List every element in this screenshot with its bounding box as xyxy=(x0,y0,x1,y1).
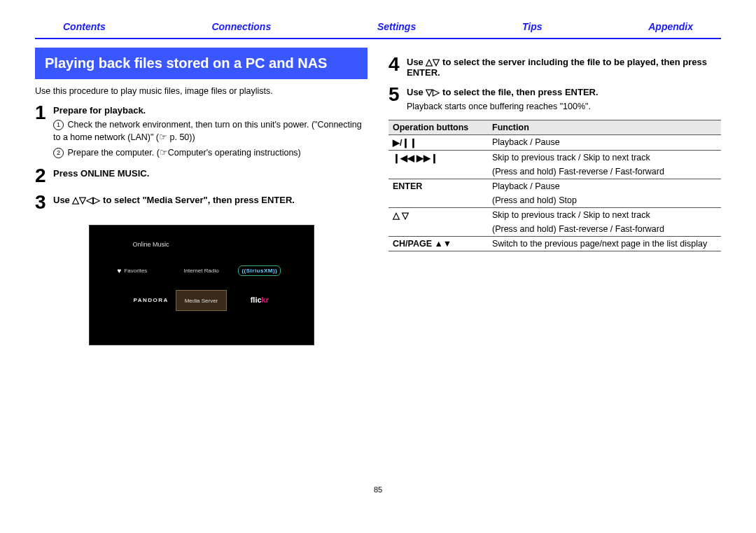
tv-screenshot: Online Music ♥ Favorites Internet Radio … xyxy=(89,225,314,345)
table-row-updown-fn2: (Press and hold) Fast-reverse / Fast-for… xyxy=(488,222,721,237)
step-1-sub-b: 2 Prepare the computer. (☞Computer's ope… xyxy=(53,146,368,159)
table-row-skip-fn1: Skip to previous track / Skip to next tr… xyxy=(488,151,721,165)
table-header-buttons: Operation buttons xyxy=(388,120,488,135)
table-row-skip-btn: ❙◀◀ ▶▶❙ xyxy=(388,151,488,179)
heart-icon: ♥ xyxy=(118,267,122,275)
step-1-sub-a: 1 Check the network environment, then tu… xyxy=(53,118,368,144)
step-5-sub: Playback starts once buffering reaches "… xyxy=(407,100,598,113)
step-4-title: Use △▽ to select the server including th… xyxy=(407,57,721,78)
tv-favorites-label: Favorites xyxy=(124,268,147,274)
operation-table: Operation buttons Function ▶/❙❙ Playback… xyxy=(388,120,721,251)
page-number: 85 xyxy=(35,485,721,494)
tv-item-pandora: PANDORA xyxy=(118,290,169,310)
step-2-title: Press ONLINE MUSIC. xyxy=(53,168,149,179)
step-1-title: Prepare for playback. xyxy=(53,105,368,116)
table-row-chpage-btn: CH/PAGE ▲▼ xyxy=(388,237,488,251)
circled-2-icon: 2 xyxy=(53,148,64,158)
siriusxm-logo: ((SiriusXM)) xyxy=(238,265,281,276)
table-row-updown-fn1: Skip to previous track / Skip to next tr… xyxy=(488,208,721,223)
table-row-chpage-fn: Switch to the previous page/next page in… xyxy=(488,237,721,251)
tv-title: Online Music xyxy=(133,241,169,248)
nav-tips[interactable]: Tips xyxy=(522,21,542,32)
step-number: 2 xyxy=(35,166,53,186)
divider xyxy=(35,38,721,39)
table-row-skip-fn2: (Press and hold) Fast-reverse / Fast-for… xyxy=(488,165,721,179)
step-1: 1 Prepare for playback. 1 Check the netw… xyxy=(35,103,368,159)
section-heading: Playing back files stored on a PC and NA… xyxy=(35,48,368,79)
table-header-function: Function xyxy=(488,120,721,135)
step-5: 5 Use ▽▷ to select the file, then press … xyxy=(388,85,721,113)
step-2: 2 Press ONLINE MUSIC. xyxy=(35,166,368,186)
top-nav: Contents Connections Settings Tips Appen… xyxy=(35,21,721,36)
flickr-label-b: kr xyxy=(262,296,269,304)
step-number: 3 xyxy=(35,193,53,212)
step-1-sub-b-text: Prepare the computer. (☞Computer's opera… xyxy=(67,148,300,158)
tv-item-siriusxm: ((SiriusXM)) xyxy=(234,261,285,280)
right-column: 4 Use △▽ to select the server including … xyxy=(388,48,721,345)
intro-text: Use this procedure to play music files, … xyxy=(35,86,368,96)
table-row-enter-fn2: (Press and hold) Stop xyxy=(488,193,721,208)
table-row-play-pause-btn: ▶/❙❙ xyxy=(388,135,488,151)
circled-1-icon: 1 xyxy=(53,120,64,130)
step-number: 1 xyxy=(35,103,53,159)
tv-item-flickr: flickr xyxy=(234,290,285,310)
nav-connections[interactable]: Connections xyxy=(211,21,271,32)
left-column: Playing back files stored on a PC and NA… xyxy=(35,48,368,345)
step-number: 4 xyxy=(388,55,407,78)
table-row-play-pause-fn: Playback / Pause xyxy=(488,135,721,151)
step-5-title: Use ▽▷ to select the file, then press EN… xyxy=(407,87,598,97)
tv-item-internet-radio: Internet Radio xyxy=(176,261,227,280)
nav-appendix[interactable]: Appendix xyxy=(648,21,693,32)
table-row-enter-btn: ENTER xyxy=(388,179,488,208)
step-3: 3 Use △▽◁▷ to select "Media Server", the… xyxy=(35,193,368,212)
nav-contents[interactable]: Contents xyxy=(63,21,106,32)
step-3-title: Use △▽◁▷ to select "Media Server", then … xyxy=(53,195,295,205)
table-row-enter-fn1: Playback / Pause xyxy=(488,179,721,194)
step-1-sub-a-text: Check the network environment, then turn… xyxy=(53,120,362,142)
flickr-label-a: flic xyxy=(251,296,262,304)
tv-item-media-server: Media Server xyxy=(176,290,227,311)
table-row-updown-btn: △ ▽ xyxy=(388,208,488,237)
step-number: 5 xyxy=(388,85,407,113)
nav-settings[interactable]: Settings xyxy=(377,21,416,32)
step-4: 4 Use △▽ to select the server including … xyxy=(388,55,721,78)
tv-item-favorites: ♥ Favorites xyxy=(118,261,169,280)
